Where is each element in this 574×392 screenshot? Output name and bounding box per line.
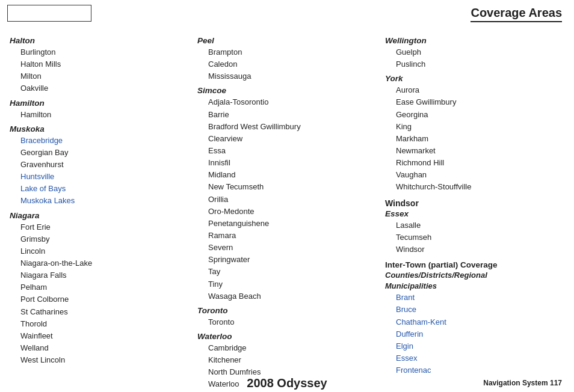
- city-item: Oakville: [10, 82, 185, 94]
- city-item: Bracebridge: [10, 135, 185, 147]
- city-item: Penetanguishene: [197, 218, 373, 230]
- page-title-area: Coverage Areas: [471, 6, 562, 22]
- city-item: Vaughan: [385, 169, 561, 181]
- city-item: St Catharines: [10, 306, 185, 318]
- city-item: Newmarket: [385, 145, 561, 157]
- region-header: Toronto: [197, 306, 373, 315]
- city-item: Aurora: [385, 84, 561, 96]
- city-item: Mississauga: [197, 70, 373, 82]
- page-title: Coverage Areas: [471, 6, 562, 20]
- city-item: Toronto: [197, 316, 373, 328]
- city-item: Cambridge: [197, 342, 373, 354]
- city-item: Milton: [10, 70, 185, 82]
- city-item: Frontenac: [385, 364, 561, 376]
- city-item: Wainfleet: [10, 330, 185, 342]
- main-content: HaltonBurlingtonHalton MillsMiltonOakvil…: [7, 36, 567, 368]
- city-item: Essex: [385, 352, 561, 364]
- city-item: Guelph: [385, 46, 561, 58]
- column-3: WellingtonGuelphPuslinchYorkAuroraEase G…: [379, 36, 567, 368]
- region-header: Halton: [10, 36, 185, 45]
- city-item: Midland: [197, 169, 373, 181]
- essex-header: Essex: [385, 209, 561, 218]
- city-item: Bradford West Gwillimbury: [197, 121, 373, 133]
- city-item: Richmond Hill: [385, 157, 561, 169]
- city-item: Pelham: [10, 281, 185, 293]
- city-item: Adjala-Tosorontio: [197, 96, 373, 108]
- city-item: Niagara-on-the-Lake: [10, 257, 185, 269]
- city-item: Muskoka Lakes: [10, 195, 185, 207]
- footer: 2008 Odyssey Navigation System 117: [0, 379, 574, 387]
- city-item: Port Colborne: [10, 293, 185, 305]
- city-item: Georgian Bay: [10, 147, 185, 159]
- city-item: Halton Mills: [10, 58, 185, 70]
- region-header: Hamilton: [10, 99, 185, 108]
- city-item: Dufferin: [385, 328, 561, 340]
- city-item: Oro-Medonte: [197, 206, 373, 218]
- column-1: HaltonBurlingtonHalton MillsMiltonOakvil…: [7, 36, 191, 368]
- city-item: Thorold: [10, 318, 185, 330]
- city-item: Tecumseh: [385, 231, 561, 243]
- city-item: Bruce: [385, 304, 561, 316]
- city-item: Georgina: [385, 109, 561, 121]
- city-item: Ease Gwillimbury: [385, 96, 561, 108]
- region-header: Simcoe: [197, 86, 373, 95]
- windsor-header: Windsor: [385, 198, 561, 208]
- title-underline: [471, 21, 562, 22]
- city-item: Ramara: [197, 230, 373, 242]
- city-item: Innisfil: [197, 157, 373, 169]
- city-item: Markham: [385, 133, 561, 145]
- city-item: Springwater: [197, 254, 373, 266]
- footer-model: 2008 Odyssey: [247, 376, 327, 390]
- city-item: New Tecumseth: [197, 181, 373, 193]
- region-header: Waterloo: [197, 332, 373, 341]
- footer-page-number: Navigation System 117: [483, 379, 562, 387]
- city-item: Grimsby: [10, 233, 185, 245]
- city-item: Puslinch: [385, 58, 561, 70]
- city-item: Burlington: [10, 46, 185, 58]
- region-header: York: [385, 74, 561, 83]
- city-item: Huntsville: [10, 171, 185, 183]
- city-item: Hamilton: [10, 109, 185, 121]
- city-item: Lasalle: [385, 219, 561, 231]
- city-item: Whitchurch-Stouffville: [385, 181, 561, 193]
- city-item: Lincoln: [10, 245, 185, 257]
- city-item: Barrie: [197, 109, 373, 121]
- city-item: Wasaga Beach: [197, 290, 373, 302]
- region-header: Peel: [197, 36, 373, 45]
- city-item: Clearview: [197, 133, 373, 145]
- city-item: Kitchener: [197, 354, 373, 366]
- region-header: Muskoka: [10, 124, 185, 133]
- city-item: Elgin: [385, 340, 561, 352]
- city-item: Severn: [197, 242, 373, 254]
- city-item: Chatham-Kent: [385, 316, 561, 328]
- city-item: Welland: [10, 342, 185, 354]
- top-left-box: [7, 5, 91, 22]
- intertown-subheader1: Counties/Districts/RegionalMunicipalitie…: [385, 270, 561, 292]
- intertown-header: Inter-Town (partial) Coverage: [385, 260, 561, 269]
- city-item: Tiny: [197, 278, 373, 290]
- city-item: Tay: [197, 266, 373, 278]
- region-header: Wellington: [385, 36, 561, 45]
- city-item: Gravenhurst: [10, 159, 185, 171]
- city-item: Niagara Falls: [10, 269, 185, 281]
- city-item: Caledon: [197, 58, 373, 70]
- city-item: Lake of Bays: [10, 183, 185, 195]
- region-header: Niagara: [10, 211, 185, 220]
- column-2: PeelBramptonCaledonMississaugaSimcoeAdja…: [191, 36, 379, 368]
- city-item: Orillia: [197, 194, 373, 206]
- city-item: Essa: [197, 145, 373, 157]
- city-item: Brant: [385, 292, 561, 304]
- city-item: Windsor: [385, 243, 561, 256]
- city-item: West Lincoln: [10, 354, 185, 366]
- city-item: King: [385, 121, 561, 133]
- city-item: Fort Erie: [10, 221, 185, 233]
- city-item: Brampton: [197, 46, 373, 58]
